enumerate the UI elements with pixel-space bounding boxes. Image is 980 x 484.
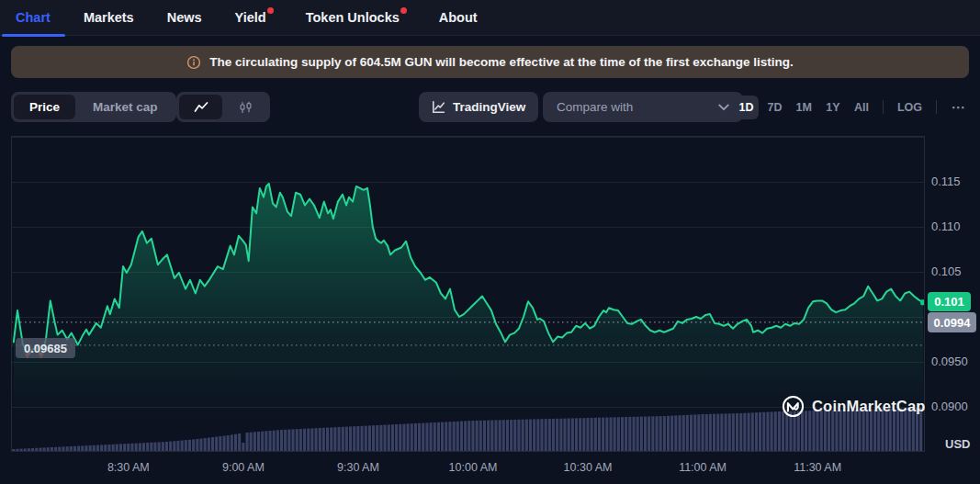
y-axis-label: 0.105 [931,265,962,278]
info-icon [186,55,201,70]
timeframe-1y[interactable]: 1Y [821,96,845,119]
coinmarketcap-chart-page: ChartMarketsNewsYieldToken UnlocksAbout … [0,0,980,484]
line-chart-icon [194,101,208,114]
market-cap-toggle-button[interactable]: Market cap [77,95,174,119]
currency-unit-label: USD [945,437,970,451]
candlestick-icon [239,101,253,114]
tradingview-button[interactable]: TradingView [419,92,538,122]
chevron-down-icon [718,104,729,111]
x-axis-label: 10:00 AM [434,461,512,474]
metric-toggle: Price Market cap [11,92,176,122]
nav-tab-label: Chart [16,10,51,25]
tradingview-icon [432,100,445,114]
y-axis-label: 0.110 [931,219,961,233]
timeframe-7d[interactable]: 7D [763,96,787,119]
coin-nav-tabs: ChartMarketsNewsYieldToken UnlocksAbout [0,0,980,36]
current-price-badge: 0.101 [928,292,971,311]
compare-with-label: Compare with [557,100,633,114]
nav-tab-label: Markets [84,10,134,25]
x-axis-label: 11:30 AM [779,461,856,474]
nav-tab-news[interactable]: News [167,0,202,36]
nav-tab-markets[interactable]: Markets [84,0,134,36]
nav-tab-token-unlocks[interactable]: Token Unlocks [306,0,406,36]
nav-tab-about[interactable]: About [439,0,478,36]
x-axis-label: 11:00 AM [664,461,741,474]
banner-text: The circulating supply of 604.5M GUN wil… [209,55,793,69]
timeframe-buttons: 1D7D1M1YAll [735,96,873,119]
nav-tab-label: Yield [235,10,266,25]
tradingview-label: TradingView [453,100,525,114]
timeframe-group: 1D7D1M1YAll LOG ⋯ [735,92,970,122]
watermark: CoinMarketCap [782,395,926,418]
price-toggle-button[interactable]: Price [14,95,75,119]
x-axis-label: 8:30 AM [90,461,167,474]
line-chart-type-button[interactable] [179,95,222,119]
separator [883,100,884,114]
x-axis-label: 9:30 AM [320,461,397,474]
nav-tab-yield[interactable]: Yield [235,0,273,36]
separator [936,100,937,114]
notification-dot-icon [400,7,407,14]
compare-with-dropdown[interactable]: Compare with [543,92,743,122]
previous-close-badge: 0.0994 [928,312,976,332]
timeframe-all[interactable]: All [850,96,873,119]
timeframe-1d[interactable]: 1D [735,96,759,119]
nav-tab-chart[interactable]: Chart [16,0,51,36]
y-axis-label: 0.115 [931,174,961,188]
nav-tab-label: News [167,10,202,25]
y-axis-label: 0.0900 [931,400,968,413]
chart-toolbar: Price Market cap [0,92,980,122]
x-axis-label: 10:30 AM [549,461,626,474]
y-axis-label: 0.0950 [931,355,968,368]
more-options-button[interactable]: ⋯ [946,96,970,119]
supply-notice-banner: The circulating supply of 604.5M GUN wil… [11,46,969,78]
candle-chart-type-button[interactable] [224,95,267,119]
nav-tab-label: About [439,10,478,25]
watermark-text: CoinMarketCap [812,398,926,415]
x-axis-label: 9:00 AM [205,461,282,474]
timeframe-1m[interactable]: 1M [792,96,817,119]
notification-dot-icon [267,7,274,14]
chart-type-toggle [176,92,270,122]
nav-tab-label: Token Unlocks [306,10,400,25]
open-price-label: 0.09685 [16,338,75,358]
coinmarketcap-logo-icon [782,395,805,418]
log-scale-toggle[interactable]: LOG [893,96,927,119]
